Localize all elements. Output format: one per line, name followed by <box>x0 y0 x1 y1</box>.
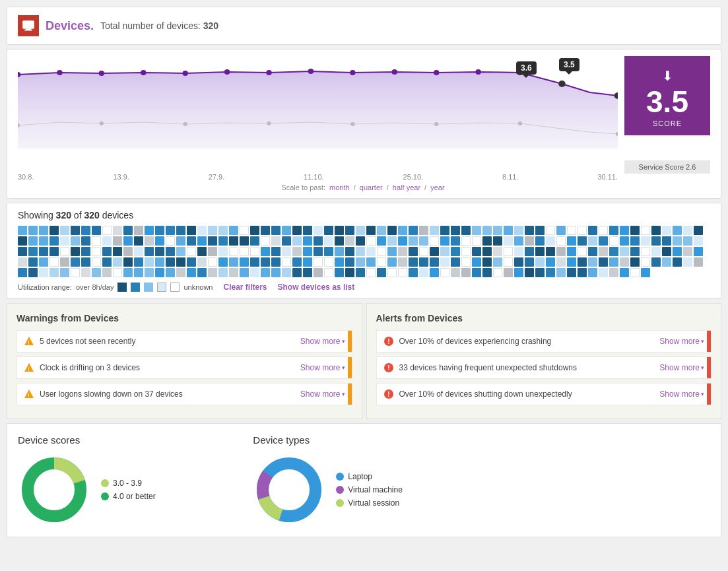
heatmap-cell[interactable] <box>335 268 344 277</box>
heatmap-cell[interactable] <box>398 268 407 277</box>
heatmap-cell[interactable] <box>398 226 407 235</box>
heatmap-cell[interactable] <box>440 268 449 277</box>
heatmap-cell[interactable] <box>92 268 101 277</box>
heatmap-cell[interactable] <box>440 236 449 246</box>
heatmap-cell[interactable] <box>282 268 291 277</box>
heatmap-cell[interactable] <box>292 268 302 277</box>
heatmap-cell[interactable] <box>609 257 618 267</box>
heatmap-cell[interactable] <box>662 226 671 235</box>
heatmap-cell[interactable] <box>683 226 692 235</box>
heatmap-cell[interactable] <box>609 247 618 256</box>
heatmap-cell[interactable] <box>630 247 640 256</box>
heatmap-cell[interactable] <box>60 247 69 256</box>
heatmap-cell[interactable] <box>71 247 80 256</box>
warning-showmore-1[interactable]: Show more ▾ <box>300 337 345 346</box>
heatmap-cell[interactable] <box>651 226 661 235</box>
heatmap-cell[interactable] <box>208 226 217 235</box>
heatmap-cell[interactable] <box>102 257 112 267</box>
heatmap-cell[interactable] <box>387 226 397 235</box>
heatmap-cell[interactable] <box>588 257 597 267</box>
heatmap-cell[interactable] <box>81 247 90 256</box>
heatmap-cell[interactable] <box>208 247 217 256</box>
heatmap-cell[interactable] <box>620 268 629 277</box>
heatmap-cell[interactable] <box>440 247 449 256</box>
heatmap-cell[interactable] <box>197 236 207 246</box>
heatmap-cell[interactable] <box>71 236 80 246</box>
heatmap-cell[interactable] <box>620 226 629 235</box>
heatmap-cell[interactable] <box>683 236 692 246</box>
heatmap-cell[interactable] <box>176 236 185 246</box>
heatmap-cell[interactable] <box>271 226 281 235</box>
heatmap-cell[interactable] <box>430 236 439 246</box>
heatmap-cell[interactable] <box>240 247 249 256</box>
heatmap-cell[interactable] <box>694 257 703 267</box>
heatmap-cell[interactable] <box>525 236 534 246</box>
heatmap-cell[interactable] <box>18 226 27 235</box>
heatmap-cell[interactable] <box>662 236 671 246</box>
heatmap-cell[interactable] <box>208 236 217 246</box>
heatmap-cell[interactable] <box>482 226 492 235</box>
heatmap-cell[interactable] <box>694 226 703 235</box>
heatmap-cell[interactable] <box>197 226 207 235</box>
heatmap-cell[interactable] <box>525 268 534 277</box>
heatmap-cell[interactable] <box>208 268 217 277</box>
heatmap-cell[interactable] <box>218 226 228 235</box>
heatmap-cell[interactable] <box>578 236 587 246</box>
heatmap-cell[interactable] <box>123 236 133 246</box>
heatmap-cell[interactable] <box>535 236 545 246</box>
heatmap-cell[interactable] <box>430 226 439 235</box>
heatmap-cell[interactable] <box>409 226 418 235</box>
heatmap-cell[interactable] <box>145 236 154 246</box>
heatmap-cell[interactable] <box>377 226 386 235</box>
heatmap-cell[interactable] <box>366 268 376 277</box>
heatmap-cell[interactable] <box>18 247 27 256</box>
heatmap-cell[interactable] <box>292 226 302 235</box>
heatmap-cell[interactable] <box>525 226 534 235</box>
heatmap-cell[interactable] <box>71 268 80 277</box>
heatmap-cell[interactable] <box>588 247 597 256</box>
heatmap-cell[interactable] <box>535 268 545 277</box>
heatmap-cell[interactable] <box>630 268 640 277</box>
heatmap-cell[interactable] <box>620 236 629 246</box>
heatmap-cell[interactable] <box>472 257 481 267</box>
heatmap-cell[interactable] <box>493 236 502 246</box>
heatmap-cell[interactable] <box>377 236 386 246</box>
heatmap-cell[interactable] <box>229 247 238 256</box>
heatmap-cell[interactable] <box>229 236 238 246</box>
heatmap-cell[interactable] <box>377 257 386 267</box>
heatmap-cell[interactable] <box>197 257 207 267</box>
heatmap-cell[interactable] <box>493 257 502 267</box>
heatmap-cell[interactable] <box>113 268 122 277</box>
heatmap-cell[interactable] <box>493 247 502 256</box>
heatmap-cell[interactable] <box>409 268 418 277</box>
heatmap-cell[interactable] <box>461 236 471 246</box>
heatmap-cell[interactable] <box>588 226 597 235</box>
heatmap-cell[interactable] <box>81 236 90 246</box>
heatmap-cell[interactable] <box>155 247 164 256</box>
heatmap-cell[interactable] <box>113 236 122 246</box>
heatmap-cell[interactable] <box>324 247 333 256</box>
heatmap-cell[interactable] <box>145 257 154 267</box>
heatmap-cell[interactable] <box>387 268 397 277</box>
heatmap-cell[interactable] <box>303 268 312 277</box>
heatmap-cell[interactable] <box>356 268 365 277</box>
heatmap-cell[interactable] <box>504 247 513 256</box>
heatmap-cell[interactable] <box>187 257 196 267</box>
heatmap-cell[interactable] <box>419 257 428 267</box>
heatmap-cell[interactable] <box>28 236 38 246</box>
heatmap-cell[interactable] <box>641 247 650 256</box>
heatmap-cell[interactable] <box>123 247 133 256</box>
heatmap-cell[interactable] <box>504 226 513 235</box>
heatmap-cell[interactable] <box>71 257 80 267</box>
warning-showmore-3[interactable]: Show more ▾ <box>300 389 345 399</box>
heatmap-cell[interactable] <box>187 268 196 277</box>
heatmap-cell[interactable] <box>250 257 259 267</box>
heatmap-cell[interactable] <box>123 257 133 267</box>
heatmap-cell[interactable] <box>387 257 397 267</box>
heatmap-cell[interactable] <box>683 257 692 267</box>
heatmap-cell[interactable] <box>419 247 428 256</box>
heatmap-cell[interactable] <box>240 268 249 277</box>
heatmap-cell[interactable] <box>345 226 354 235</box>
heatmap-cell[interactable] <box>18 257 27 267</box>
heatmap-cell[interactable] <box>145 268 154 277</box>
